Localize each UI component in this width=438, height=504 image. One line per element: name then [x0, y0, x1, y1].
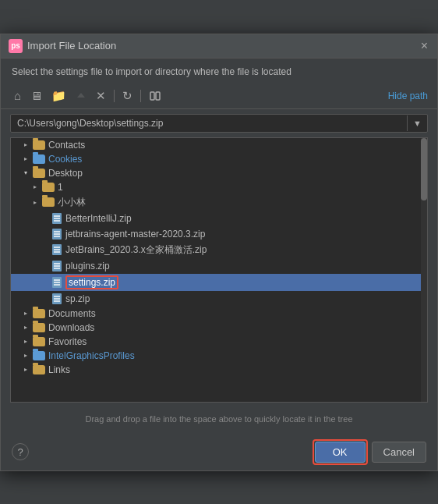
close-button[interactable]: × — [419, 40, 429, 52]
folder-icon — [33, 337, 45, 346]
scrollbar-thumb[interactable] — [421, 138, 427, 201]
tree-item-label: IntelGraphicsProfiles — [48, 350, 421, 361]
tree-arrow[interactable]: ▸ — [20, 310, 31, 317]
tree-item-1[interactable]: ▸1 — [11, 180, 421, 194]
tree-item-xiaoxiaolin[interactable]: ▸小小林 — [11, 194, 421, 211]
zip-icon — [51, 212, 62, 225]
ok-button[interactable]: OK — [315, 442, 366, 463]
zip-icon — [51, 260, 62, 272]
folder-icon — [33, 140, 45, 150]
title-bar: ps Import File Location × — [1, 34, 437, 59]
tree-arrow[interactable]: ▾ — [20, 169, 31, 176]
tree-container[interactable]: ▸Contacts▸Cookies▾Desktop▸1▸小小林▸BetterIn… — [10, 137, 428, 403]
help-button[interactable]: ? — [12, 443, 29, 460]
sync-button[interactable] — [145, 88, 165, 104]
toolbar-sep-1 — [114, 90, 115, 102]
folder-icon — [33, 365, 45, 374]
folder-icon — [33, 154, 45, 164]
tree-arrow[interactable]: ▸ — [20, 141, 31, 148]
tree-item-label: 小小林 — [58, 196, 421, 209]
tree-item-label: Desktop — [48, 168, 421, 179]
tree-arrow[interactable]: ▸ — [30, 199, 41, 206]
toolbar-sep-2 — [140, 90, 141, 102]
drive-button[interactable]: 🖥 — [26, 87, 46, 105]
selected-red-box: settings.zip — [65, 275, 118, 289]
home-button[interactable]: ⌂ — [10, 87, 25, 105]
folder-button[interactable]: 📁 — [48, 87, 70, 105]
folder-icon — [33, 351, 45, 360]
delete-button[interactable]: ✕ — [92, 87, 110, 105]
tree-arrow[interactable]: ▸ — [20, 324, 31, 331]
folder-icon — [33, 309, 45, 318]
tree-item-jetbrains-agent[interactable]: ▸jetbrains-agent-master-2020.3.zip — [11, 226, 421, 242]
dialog-subtitle: Select the settings file to import or di… — [1, 59, 437, 83]
path-dropdown-button[interactable]: ▼ — [407, 115, 427, 131]
tree-item-label: Documents — [48, 308, 421, 319]
tree-item-label: Contacts — [48, 140, 421, 151]
up-button[interactable] — [72, 88, 90, 104]
tree-item-settings[interactable]: ▸settings.zip — [11, 274, 421, 291]
tree-item-label: JetBrains_2020.3.x全家桶激活.zip — [65, 243, 421, 257]
tree-item-label: Favorites — [48, 336, 421, 347]
tree-item-jetbrains2020[interactable]: ▸JetBrains_2020.3.x全家桶激活.zip — [11, 242, 421, 258]
ok-button-wrapper: OK — [315, 442, 366, 463]
drag-drop-area: Drag and drop a file into the space abov… — [10, 407, 428, 431]
svg-rect-1 — [156, 92, 160, 100]
bottom-bar: ? OK Cancel — [1, 435, 437, 470]
tree-arrow[interactable]: ▸ — [20, 338, 31, 345]
folder-icon — [42, 183, 55, 192]
toolbar-left: ⌂ 🖥 📁 ✕ ↻ — [10, 87, 165, 105]
dialog-title: Import File Location — [27, 40, 116, 51]
scrollbar-track[interactable] — [421, 138, 427, 402]
tree-arrow[interactable]: ▸ — [30, 183, 41, 190]
tree-arrow[interactable]: ▸ — [20, 155, 31, 162]
tree-item-label: 1 — [58, 182, 421, 193]
toolbar: ⌂ 🖥 📁 ✕ ↻ Hide path — [1, 83, 437, 109]
tree-item-intelgraphics[interactable]: ▸IntelGraphicsProfiles — [11, 349, 421, 363]
tree-item-label: BetterIntelliJ.zip — [65, 213, 421, 224]
refresh-button[interactable]: ↻ — [118, 87, 136, 105]
ok-cancel-area: OK Cancel — [315, 442, 426, 463]
cancel-button[interactable]: Cancel — [372, 442, 426, 463]
title-bar-left: ps Import File Location — [9, 39, 116, 53]
folder-icon — [42, 197, 55, 207]
zip-icon — [51, 276, 62, 289]
path-bar: ▼ — [10, 114, 428, 133]
import-file-dialog: ps Import File Location × Select the set… — [0, 34, 438, 471]
tree-item-label: plugins.zip — [65, 261, 421, 272]
zip-icon — [51, 293, 62, 305]
zip-icon — [51, 228, 62, 240]
folder-icon — [33, 169, 45, 178]
tree-item-label: Links — [48, 364, 421, 375]
tree-item-label: settings.zip — [65, 275, 421, 289]
tree-item-label: sp.zip — [65, 293, 421, 304]
tree-item-desktop[interactable]: ▾Desktop — [11, 166, 421, 180]
tree-arrow[interactable]: ▸ — [20, 352, 31, 359]
zip-icon — [51, 243, 62, 256]
tree-item-cookies[interactable]: ▸Cookies — [11, 152, 421, 166]
tree-list: ▸Contacts▸Cookies▾Desktop▸1▸小小林▸BetterIn… — [11, 138, 421, 377]
path-input[interactable] — [11, 115, 407, 132]
tree-item-label: Downloads — [48, 322, 421, 333]
tree-item-label: jetbrains-agent-master-2020.3.zip — [65, 229, 421, 240]
tree-item-plugins[interactable]: ▸plugins.zip — [11, 258, 421, 274]
tree-item-links[interactable]: ▸Links — [11, 363, 421, 377]
tree-item-downloads[interactable]: ▸Downloads — [11, 321, 421, 335]
tree-item-favorites[interactable]: ▸Favorites — [11, 335, 421, 349]
tree-item-label: Cookies — [48, 154, 421, 165]
tree-arrow[interactable]: ▸ — [20, 366, 31, 373]
folder-icon — [33, 323, 45, 332]
tree-item-contacts[interactable]: ▸Contacts — [11, 138, 421, 152]
svg-rect-0 — [150, 92, 154, 100]
hide-path-link[interactable]: Hide path — [388, 91, 428, 101]
ps-icon: ps — [9, 39, 23, 53]
tree-item-documents[interactable]: ▸Documents — [11, 307, 421, 321]
tree-item-betterintellij[interactable]: ▸BetterIntelliJ.zip — [11, 211, 421, 226]
tree-item-sp[interactable]: ▸sp.zip — [11, 291, 421, 307]
tree-wrapper: ▸Contacts▸Cookies▾Desktop▸1▸小小林▸BetterIn… — [11, 138, 427, 377]
